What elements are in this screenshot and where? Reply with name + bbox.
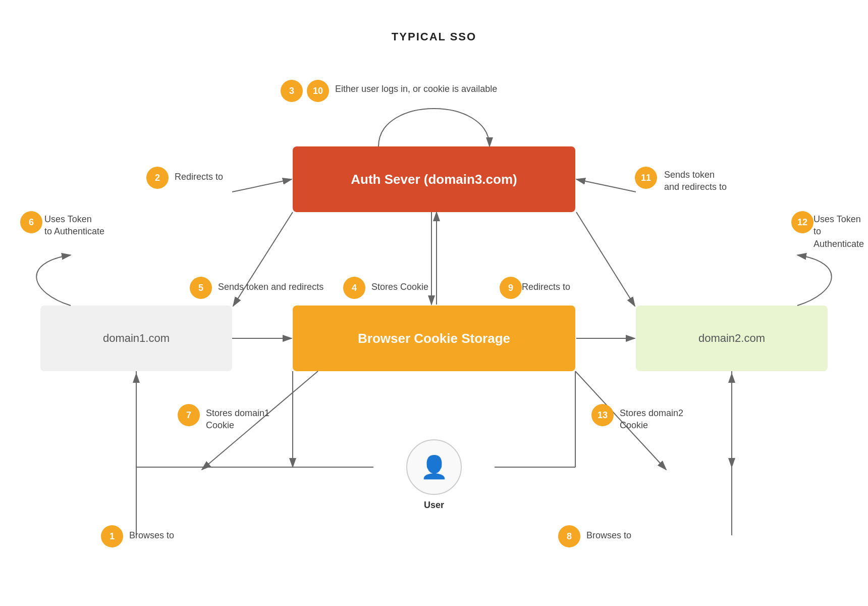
svg-line-14 <box>576 179 636 192</box>
svg-line-2 <box>232 179 292 192</box>
auth-server-box: Auth Sever (domain3.com) <box>293 146 575 212</box>
label-l3: Either user logs in, or cookie is availa… <box>335 83 497 95</box>
badge-b3: 3 <box>281 80 303 102</box>
domain1-label: domain1.com <box>103 332 170 345</box>
user-circle: 👤 <box>406 439 462 495</box>
page-title: TYPICAL SSO <box>392 30 476 43</box>
cookie-storage-box: Browser Cookie Storage <box>293 306 575 371</box>
label-l2: Redirects to <box>175 171 223 183</box>
label-l8: Browses to <box>586 529 631 541</box>
label-l4: Stores Cookie <box>371 281 428 293</box>
label-l5: Sends token and redirects <box>218 281 323 293</box>
label-l1: Browses to <box>129 529 174 541</box>
badge-b12: 12 <box>791 211 813 233</box>
domain1-box: domain1.com <box>40 306 232 371</box>
badge-b2: 2 <box>146 167 169 189</box>
badge-b9: 9 <box>500 277 522 299</box>
domain2-label: domain2.com <box>698 332 765 345</box>
badge-b11: 11 <box>635 167 657 189</box>
svg-line-15 <box>576 212 635 306</box>
diagram-container: TYPICAL SSO Auth Sever (domain3.com) Bro… <box>0 0 868 606</box>
label-l11: Sends token and redirects to <box>664 169 727 193</box>
badge-b5: 5 <box>190 277 212 299</box>
user-label: User <box>424 500 444 511</box>
badge-b6: 6 <box>20 211 42 233</box>
badge-b7: 7 <box>178 404 200 426</box>
label-l6: Uses Token to Authenticate <box>44 213 104 238</box>
badge-b4: 4 <box>343 277 365 299</box>
badge-b10: 10 <box>307 80 329 102</box>
label-l7: Stores domain1 Cookie <box>206 407 269 432</box>
cookie-storage-label: Browser Cookie Storage <box>358 331 510 346</box>
label-l12: Uses Token to Authenticate <box>813 213 868 250</box>
label-l9: Redirects to <box>522 281 570 293</box>
badge-b8: 8 <box>558 525 580 547</box>
user-icon: 👤 <box>420 456 448 478</box>
badge-b1: 1 <box>101 525 123 547</box>
badge-b13: 13 <box>591 404 614 426</box>
label-l13: Stores domain2 Cookie <box>620 407 683 432</box>
domain2-box: domain2.com <box>636 306 828 371</box>
auth-server-label: Auth Sever (domain3.com) <box>351 172 517 187</box>
